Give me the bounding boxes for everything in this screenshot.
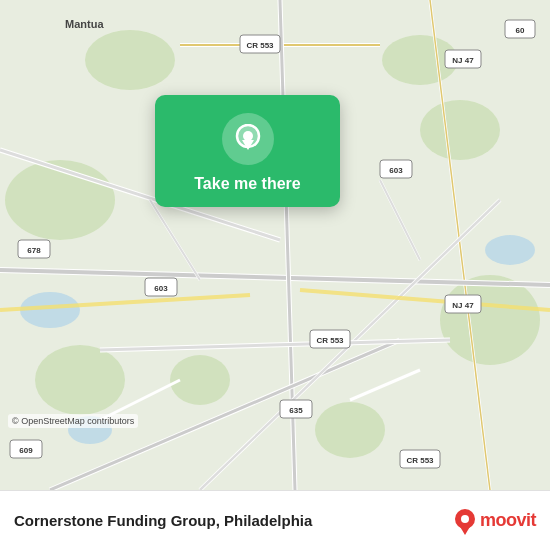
moovit-text: moovit xyxy=(480,510,536,531)
svg-text:NJ 47: NJ 47 xyxy=(452,56,474,65)
svg-marker-63 xyxy=(459,525,471,535)
svg-text:CR 553: CR 553 xyxy=(406,456,434,465)
moovit-pin-icon xyxy=(454,507,476,535)
svg-text:CR 553: CR 553 xyxy=(316,336,344,345)
moovit-logo: moovit xyxy=(454,507,536,535)
map-container: CR 553 NJ 47 603 678 603 CR 553 NJ 47 63… xyxy=(0,0,550,490)
svg-text:635: 635 xyxy=(289,406,303,415)
svg-point-2 xyxy=(440,275,540,365)
svg-text:60: 60 xyxy=(516,26,525,35)
svg-text:603: 603 xyxy=(154,284,168,293)
bottom-bar: Cornerstone Funding Group, Philadelphia … xyxy=(0,490,550,550)
svg-point-3 xyxy=(35,345,125,415)
take-me-there-button[interactable]: Take me there xyxy=(194,175,300,193)
svg-point-4 xyxy=(420,100,500,160)
location-pin-icon xyxy=(222,113,274,165)
svg-point-6 xyxy=(315,402,385,458)
svg-text:CR 553: CR 553 xyxy=(246,41,274,50)
svg-point-1 xyxy=(5,160,115,240)
company-name: Cornerstone Funding Group, Philadelphia xyxy=(14,512,454,529)
svg-point-7 xyxy=(85,30,175,90)
svg-text:NJ 47: NJ 47 xyxy=(452,301,474,310)
svg-point-64 xyxy=(461,515,469,523)
svg-text:Mantua: Mantua xyxy=(65,18,104,30)
osm-attribution: © OpenStreetMap contributors xyxy=(8,414,138,428)
svg-text:603: 603 xyxy=(389,166,403,175)
popup-card[interactable]: Take me there xyxy=(155,95,340,207)
svg-text:678: 678 xyxy=(27,246,41,255)
svg-point-60 xyxy=(243,131,253,141)
svg-text:609: 609 xyxy=(19,446,33,455)
svg-point-10 xyxy=(485,235,535,265)
